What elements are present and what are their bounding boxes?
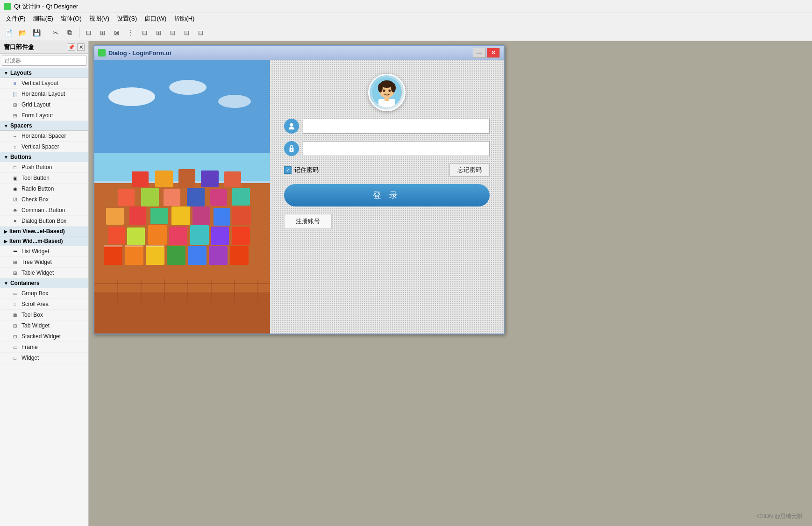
sidebar-item-vertical-spacer[interactable]: ↕ Vertical Spacer [0,142,88,152]
containers-label: Containers [10,280,40,286]
password-icon [284,141,299,156]
menu-edit[interactable]: 编辑(E) [29,14,57,24]
remember-label[interactable]: ✓ 记住密码 [284,166,319,174]
sidebar-item-tool-button[interactable]: ▣ Tool Button [0,173,88,184]
menu-window-form[interactable]: 窗体(O) [57,14,85,24]
sidebar-filter-input[interactable] [2,56,86,66]
frame-label: Frame [21,344,38,350]
layouts-arrow: ▼ [4,71,8,76]
sidebar-item-tree-widget[interactable]: ⊞ Tree Widget [0,257,88,268]
remember-checkbox[interactable]: ✓ [284,166,292,174]
menu-settings[interactable]: 设置(S) [113,14,141,24]
menu-file[interactable]: 文件(F) [2,14,29,24]
forgot-password-button[interactable]: 忘记密码 [449,163,490,177]
menu-help[interactable]: 帮助(H) [170,14,198,24]
widget-label: Widget [21,355,39,361]
username-input[interactable] [303,119,490,134]
dialog-close-btn[interactable]: ✕ [487,48,500,58]
toolbar-layout3[interactable]: ⊠ [110,26,123,39]
toolbar-layout5[interactable]: ⊟ [138,26,151,39]
scroll-area-label: Scroll Area [21,301,49,307]
login-button[interactable]: 登 录 [284,184,490,206]
dialog-body: ✓ 记住密码 忘记密码 登 录 注册账号 [94,60,504,334]
sidebar-item-scroll-area[interactable]: ↕ Scroll Area [0,299,88,310]
vertical-layout-icon: ≡ [11,79,19,87]
sidebar-item-command-button[interactable]: ⊕ Comman...Button [0,205,88,216]
toolbar-open[interactable]: 📂 [16,26,29,39]
layouts-label: Layouts [10,70,32,76]
sidebar-category-containers[interactable]: ▼ Containers [0,278,88,288]
sidebar-category-layouts[interactable]: ▼ Layouts [0,68,88,78]
sidebar-category-item-widget[interactable]: ▶ Item Wid...m-Based) [0,236,88,246]
push-button-label: Push Button [21,164,52,171]
dialog-minimize-btn[interactable]: — [473,48,486,58]
menu-view[interactable]: 视图(V) [85,14,113,24]
scroll-area-icon: ↕ [11,300,19,308]
sidebar-category-item-view[interactable]: ▶ Item View...el-Based) [0,227,88,236]
svg-rect-34 [192,206,210,225]
sidebar-item-vertical-layout[interactable]: ≡ Vertical Layout [0,78,88,89]
sidebar-item-frame[interactable]: ▭ Frame [0,342,88,353]
person-icon [287,122,296,130]
dialog-controls: — ✕ [473,48,500,58]
sidebar-item-widget[interactable]: □ Widget [0,353,88,363]
svg-rect-21 [209,246,228,265]
password-input[interactable] [303,141,490,156]
toolbar-sep1 [46,27,46,38]
sidebar-item-tab-widget[interactable]: ⊟ Tab Widget [0,320,88,331]
table-widget-icon: ⊞ [11,269,19,277]
svg-rect-50 [146,245,164,247]
app-titlebar: Qt 设计师 - Qt Designer [0,0,812,13]
svg-rect-26 [169,227,187,245]
toolbar-copy[interactable]: ⧉ [63,26,76,39]
toolbar-layout6[interactable]: ⊞ [152,26,165,39]
svg-rect-44 [155,171,173,187]
toolbar-layout2[interactable]: ⊞ [96,26,109,39]
sidebar-item-group-box[interactable]: ▭ Group Box [0,288,88,299]
form-layout-label: Form Layout [21,112,53,119]
sidebar-category-buttons[interactable]: ▼ Buttons [0,152,88,162]
toolbar-layout1[interactable]: ⊟ [82,26,95,39]
toolbar-layout7[interactable]: ⊡ [166,26,179,39]
svg-rect-42 [232,188,250,206]
toolbar-new[interactable]: 📄 [2,26,15,39]
horizontal-layout-label: Horizontal Layout [21,91,65,97]
sidebar-item-horizontal-spacer[interactable]: ↔ Horizontal Spacer [0,131,88,142]
menubar: 文件(F) 编辑(E) 窗体(O) 视图(V) 设置(S) 窗口(W) 帮助(H… [0,13,812,24]
svg-rect-22 [230,246,249,265]
sidebar-category-spacers[interactable]: ▼ Spacers [0,121,88,131]
sidebar-item-stacked-widget[interactable]: ⊡ Stacked Widget [0,331,88,342]
svg-rect-47 [224,171,241,187]
sidebar-item-list-widget[interactable]: ☰ List Widget [0,246,88,257]
svg-rect-45 [178,169,195,188]
svg-rect-37 [118,189,135,206]
svg-point-62 [291,149,292,151]
sidebar-close-btn[interactable]: ✕ [77,43,85,51]
sidebar-item-radio-button[interactable]: ◉ Radio Button [0,184,88,194]
containers-arrow: ▼ [4,281,8,286]
menu-window[interactable]: 窗口(W) [141,14,170,24]
svg-rect-20 [188,246,207,265]
sidebar-item-table-widget[interactable]: ⊞ Table Widget [0,268,88,278]
toolbar-cut[interactable]: ✂ [49,26,62,39]
sidebar-item-tool-box[interactable]: ⊠ Tool Box [0,310,88,320]
sidebar-item-push-button[interactable]: □ Push Button [0,162,88,173]
toolbar-layout9[interactable]: ⊟ [194,26,207,39]
sidebar-item-grid-layout[interactable]: ⊞ Grid Layout [0,100,88,110]
sidebar-item-check-box[interactable]: ☑ Check Box [0,194,88,205]
sidebar-item-form-layout[interactable]: ⊟ Form Layout [0,110,88,121]
svg-rect-23 [108,227,125,244]
sidebar-item-dialog-button-box[interactable]: ✕ Dialog Button Box [0,216,88,227]
toolbar-save[interactable]: 💾 [30,26,43,39]
check-box-label: Check Box [21,196,49,203]
list-widget-icon: ☰ [11,248,19,255]
main-area: 窗口部件盒 📌 ✕ ▼ Layouts ≡ Vertical Layout ||… [0,41,812,526]
sidebar-item-horizontal-layout[interactable]: ||| Horizontal Layout [0,89,88,100]
toolbar-layout4[interactable]: ⋮ [124,26,137,39]
svg-point-3 [169,80,207,95]
toolbar-layout8[interactable]: ⊡ [180,26,193,39]
register-button[interactable]: 注册账号 [284,214,332,229]
group-box-label: Group Box [21,290,48,297]
tree-widget-icon: ⊞ [11,258,19,266]
sidebar-pin-btn[interactable]: 📌 [68,43,75,51]
